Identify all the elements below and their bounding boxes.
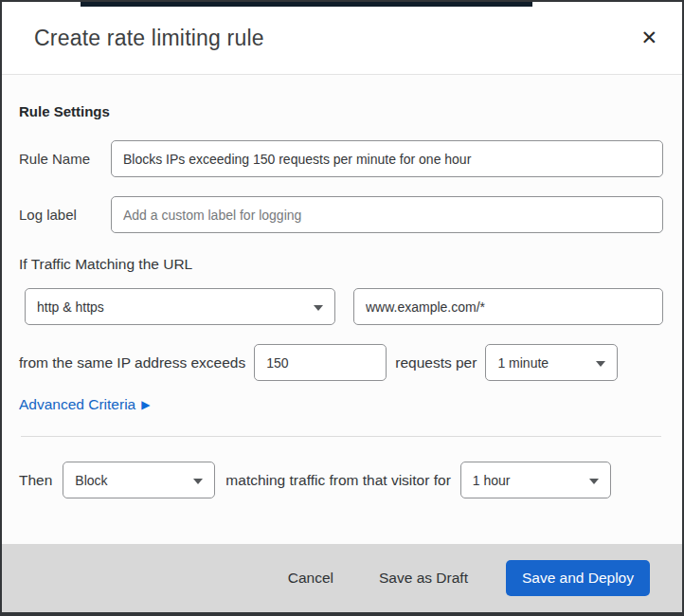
rule-name-input[interactable] [111, 140, 663, 177]
cancel-button[interactable]: Cancel [279, 562, 343, 594]
advanced-criteria-link[interactable]: Advanced Criteria ▶ [19, 396, 150, 413]
rule-name-label: Rule Name [19, 151, 111, 167]
then-label: Then [19, 472, 52, 489]
log-label-label: Log label [19, 207, 111, 223]
request-count-input[interactable] [254, 344, 387, 381]
dialog-footer: Cancel Save as Draft Save and Deploy [2, 544, 682, 612]
log-label-row: Log label [19, 196, 663, 233]
save-and-deploy-button[interactable]: Save and Deploy [506, 560, 650, 596]
chevron-down-icon [596, 361, 605, 367]
section-divider [21, 436, 661, 437]
log-label-input[interactable] [111, 196, 663, 233]
action-select[interactable]: Block [63, 462, 215, 498]
duration-select[interactable]: 1 hour [460, 462, 611, 498]
period-select-value: 1 minute [497, 355, 549, 371]
chevron-down-icon [314, 305, 323, 311]
scheme-select-value: http & https [37, 299, 104, 315]
dialog-header: Create rate limiting rule ✕ [2, 2, 682, 75]
then-middle-text: matching traffic from that visitor for [225, 472, 450, 489]
scheme-select[interactable]: http & https [25, 288, 335, 325]
period-select[interactable]: 1 minute [485, 344, 618, 381]
dialog-body: Rule Settings Rule Name Log label If Tra… [2, 75, 682, 544]
rule-name-row: Rule Name [19, 140, 663, 177]
expand-arrow-icon: ▶ [141, 398, 150, 411]
chevron-down-icon [589, 479, 599, 484]
then-row: Then Block matching traffic from that vi… [19, 462, 663, 498]
threshold-row: from the same IP address exceeds request… [19, 344, 663, 381]
dialog-title: Create rate limiting rule [34, 26, 264, 51]
threshold-prefix-text: from the same IP address exceeds [19, 354, 245, 371]
action-select-value: Block [75, 473, 107, 488]
close-icon[interactable]: ✕ [635, 25, 663, 52]
create-rate-limiting-rule-dialog: Create rate limiting rule ✕ Rule Setting… [0, 0, 684, 616]
duration-select-value: 1 hour [473, 473, 511, 488]
save-as-draft-button[interactable]: Save as Draft [369, 562, 477, 594]
chevron-down-icon [193, 479, 203, 484]
background-page-edge [81, 2, 532, 7]
traffic-match-heading: If Traffic Matching the URL [19, 256, 663, 273]
threshold-middle-text: requests per [395, 354, 477, 371]
url-pattern-input[interactable] [353, 288, 663, 325]
url-match-row: http & https [25, 288, 663, 325]
advanced-criteria-label: Advanced Criteria [19, 396, 135, 413]
rule-settings-heading: Rule Settings [19, 103, 663, 119]
